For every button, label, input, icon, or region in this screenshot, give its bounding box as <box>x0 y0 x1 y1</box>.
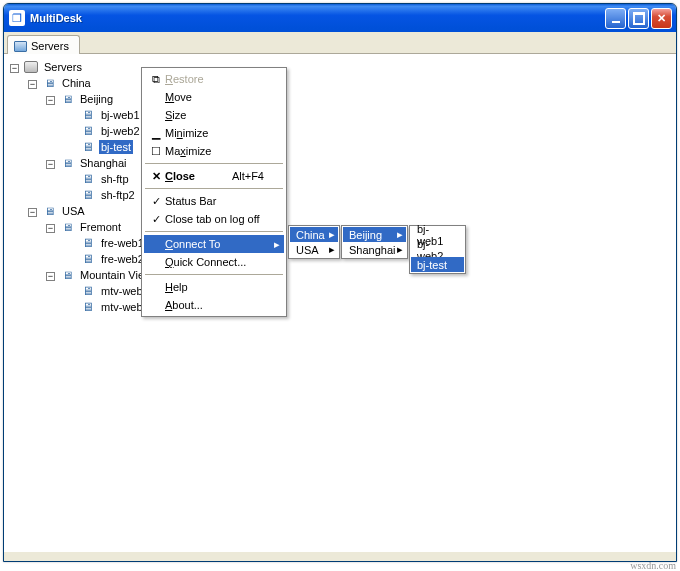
window-buttons <box>605 8 672 29</box>
tree-host[interactable]: mtv-web2 <box>8 299 154 315</box>
tree-city[interactable]: − Mountain View <box>8 267 154 283</box>
tree-label: China <box>60 76 93 90</box>
tree-host[interactable]: sh-ftp2 <box>8 187 154 203</box>
submenu-item[interactable]: USA▸ <box>290 242 338 257</box>
submenu-arrow-icon: ▸ <box>397 243 403 256</box>
submenu-arrow-icon: ▸ <box>397 228 403 241</box>
minimize-button[interactable] <box>605 8 626 29</box>
tree-root[interactable]: − Servers <box>8 59 154 75</box>
menu-quick-connect[interactable]: Quick Connect... <box>144 253 284 271</box>
menu-help[interactable]: Help <box>144 278 284 296</box>
tree-city[interactable]: − Fremont <box>8 219 154 235</box>
menu-close[interactable]: ✕CloseAlt+F4 <box>144 167 284 185</box>
tree-label: Fremont <box>78 220 123 234</box>
submenu-arrow-icon: ▸ <box>274 238 280 251</box>
group-icon <box>41 75 57 91</box>
submenu-item[interactable]: bj-test <box>411 257 464 272</box>
menu-size[interactable]: Size <box>144 106 284 124</box>
maximize-button[interactable] <box>628 8 649 29</box>
tree-host[interactable]: bj-test <box>8 139 154 155</box>
tab-servers[interactable]: Servers <box>7 35 80 54</box>
menu-separator <box>145 274 283 275</box>
collapse-icon[interactable]: − <box>46 160 55 169</box>
host-icon <box>80 139 96 155</box>
submenu-item[interactable]: Beijing▸ <box>343 227 406 242</box>
collapse-icon[interactable]: − <box>28 80 37 89</box>
submenu-host: bj-web1 bj-web2 bj-test <box>409 225 466 274</box>
close-icon: ✕ <box>147 170 165 183</box>
collapse-icon[interactable]: − <box>10 64 19 73</box>
client-area: − Servers − China − Beijing bj-web1 bj-w… <box>4 54 676 551</box>
collapse-icon[interactable]: − <box>28 208 37 217</box>
menu-about[interactable]: About... <box>144 296 284 314</box>
tree-label: USA <box>60 204 87 218</box>
tree-label: Beijing <box>78 92 115 106</box>
check-icon: ✓ <box>147 195 165 208</box>
submenu-country: China▸ USA▸ <box>288 225 340 259</box>
tree-label: bj-web2 <box>99 124 142 138</box>
host-icon <box>80 299 96 315</box>
host-icon <box>80 283 96 299</box>
menu-minimize[interactable]: ▁Minimize <box>144 124 284 142</box>
submenu-item[interactable]: bj-web2 <box>411 242 464 257</box>
submenu-item[interactable]: Shanghai▸ <box>343 242 406 257</box>
tree-label: sh-ftp2 <box>99 188 137 202</box>
servers-root-icon <box>23 59 39 75</box>
bottom-border <box>4 551 676 561</box>
group-icon <box>41 203 57 219</box>
tree-host[interactable]: fre-web1 <box>8 235 154 251</box>
tree-country[interactable]: − China <box>8 75 154 91</box>
titlebar[interactable]: MultiDesk <box>4 4 676 32</box>
menu-connect-to[interactable]: Connect To▸ <box>144 235 284 253</box>
tree-label: fre-web1 <box>99 236 146 250</box>
context-menu: ⧉Restore Move Size ▁Minimize ☐Maximize ✕… <box>141 67 287 317</box>
submenu-arrow-icon: ▸ <box>329 228 335 241</box>
host-icon <box>80 123 96 139</box>
tree-host[interactable]: sh-ftp <box>8 171 154 187</box>
app-icon <box>9 10 25 26</box>
hotkey: Alt+F4 <box>232 170 264 182</box>
tab-bar: Servers <box>4 32 676 54</box>
tree-host[interactable]: fre-web2 <box>8 251 154 267</box>
tree-city[interactable]: − Beijing <box>8 91 154 107</box>
tree-city[interactable]: − Shanghai <box>8 155 154 171</box>
tree-host[interactable]: bj-web2 <box>8 123 154 139</box>
menu-maximize[interactable]: ☐Maximize <box>144 142 284 160</box>
group-icon <box>59 155 75 171</box>
host-icon <box>80 187 96 203</box>
tree-label: bj-web1 <box>99 108 142 122</box>
tree-host[interactable]: bj-web1 <box>8 107 154 123</box>
submenu-arrow-icon: ▸ <box>329 243 335 256</box>
host-icon <box>80 171 96 187</box>
close-button[interactable] <box>651 8 672 29</box>
tree-root-label: Servers <box>42 60 84 74</box>
servers-icon <box>14 41 27 52</box>
menu-separator <box>145 231 283 232</box>
menu-restore[interactable]: ⧉Restore <box>144 70 284 88</box>
minimize-icon: ▁ <box>147 127 165 140</box>
menu-separator <box>145 163 283 164</box>
tree-host[interactable]: mtv-web1 <box>8 283 154 299</box>
group-icon <box>59 267 75 283</box>
collapse-icon[interactable]: − <box>46 272 55 281</box>
collapse-icon[interactable]: − <box>46 224 55 233</box>
menu-status-bar[interactable]: ✓Status Bar <box>144 192 284 210</box>
app-window: MultiDesk Servers − Servers − China <box>3 3 677 562</box>
tree-label: sh-ftp <box>99 172 131 186</box>
tree-country[interactable]: − USA <box>8 203 154 219</box>
restore-icon: ⧉ <box>147 73 165 86</box>
tab-label: Servers <box>31 40 69 52</box>
host-icon <box>80 251 96 267</box>
collapse-icon[interactable]: − <box>46 96 55 105</box>
menu-close-tab-logoff[interactable]: ✓Close tab on log off <box>144 210 284 228</box>
tree-label: fre-web2 <box>99 252 146 266</box>
host-icon <box>80 235 96 251</box>
server-tree[interactable]: − Servers − China − Beijing bj-web1 bj-w… <box>8 59 154 315</box>
watermark: wsxdn.com <box>630 560 676 571</box>
menu-move[interactable]: Move <box>144 88 284 106</box>
submenu-item[interactable]: China▸ <box>290 227 338 242</box>
maximize-icon: ☐ <box>147 145 165 158</box>
group-icon <box>59 91 75 107</box>
group-icon <box>59 219 75 235</box>
tree-label: Shanghai <box>78 156 129 170</box>
